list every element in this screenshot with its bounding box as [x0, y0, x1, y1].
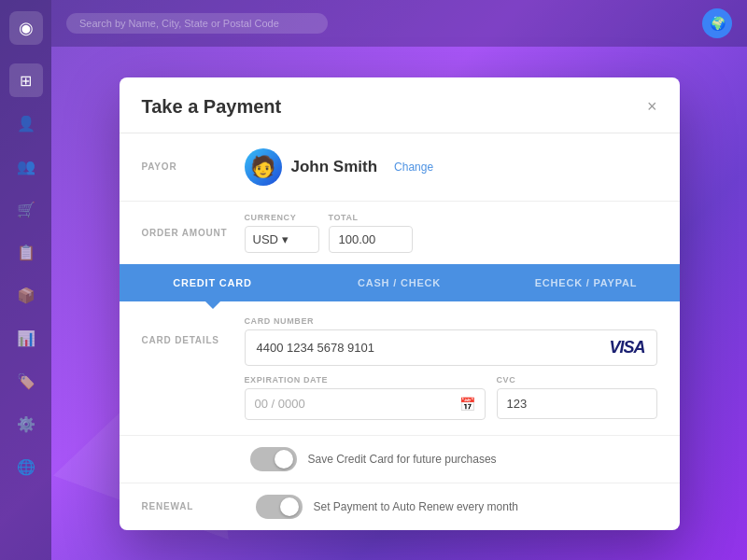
renewal-row: RENEWAL No Set Payment to Auto Renew eve… [120, 483, 680, 530]
payor-label: PAYOR [142, 161, 245, 172]
avatar-icon: 🧑 [250, 155, 275, 179]
topbar: Search by Name, City, State or Postal Co… [51, 0, 747, 47]
payor-row: PAYOR 🧑 John Smith Change [120, 133, 680, 202]
total-group: TOTAL [329, 213, 413, 253]
tab-credit-card[interactable]: CREDIT CARD [120, 264, 306, 301]
total-input[interactable] [329, 226, 413, 253]
modal-title: Take a Payment [142, 96, 282, 118]
sidebar-item-home[interactable]: ⊞ [9, 63, 43, 97]
expiration-label: EXPIRATION DATE [245, 375, 486, 385]
save-card-row: No Save Credit Card for future purchases [120, 436, 680, 483]
sidebar-item-gear[interactable]: ⚙️ [9, 407, 43, 441]
order-amount-label: ORDER AMOUNT [142, 228, 245, 238]
currency-label: CURRENCY [245, 213, 319, 222]
card-number-group: CARD NUMBER 4400 1234 5678 9101 VISA [245, 316, 657, 366]
tab-echeck-paypal[interactable]: ECHECK / PAYPAL [493, 264, 680, 301]
currency-group: CURRENCY USD ▾ [245, 213, 319, 253]
cvc-label: CVC [497, 375, 657, 385]
card-row: CARD DETAILS CARD NUMBER 4400 1234 5678 … [142, 316, 657, 420]
sidebar-item-box[interactable]: 📦 [9, 278, 43, 312]
card-details-label: CARD DETAILS [142, 316, 245, 345]
sidebar-item-tag[interactable]: 🏷️ [9, 364, 43, 398]
save-card-description: Save Credit Card for future purchases [308, 453, 497, 466]
visa-logo: VISA [609, 338, 644, 357]
toggle-knob [275, 450, 293, 469]
payment-modal: Take a Payment × PAYOR 🧑 John Smith Chan… [120, 77, 680, 530]
tab-cash-check[interactable]: CASH / CHECK [306, 264, 493, 301]
logo[interactable]: ◉ [9, 11, 43, 45]
sidebar-item-calendar[interactable]: 📋 [9, 235, 43, 269]
renewal-description: Set Payment to Auto Renew every month [314, 500, 518, 513]
expiration-input[interactable]: 00 / 0000 📅 [245, 388, 486, 420]
card-number-value: 4400 1234 5678 9101 [257, 341, 375, 355]
cvc-input[interactable] [497, 388, 657, 419]
order-amount-fields: CURRENCY USD ▾ TOTAL [245, 213, 413, 253]
sidebar: ◉ ⊞ 👤 👥 🛒 📋 📦 📊 🏷️ ⚙️ 🌐 [0, 0, 51, 560]
sidebar-item-globe[interactable]: 🌐 [9, 450, 43, 483]
renewal-toggle-knob [280, 497, 299, 516]
sidebar-item-users[interactable]: 👥 [9, 149, 43, 183]
card-number-label: CARD NUMBER [245, 316, 657, 326]
payor-avatar: 🧑 [245, 148, 282, 186]
order-amount-row: ORDER AMOUNT CURRENCY USD ▾ TOTAL [120, 202, 680, 264]
renewal-content: No Set Payment to Auto Renew every month [256, 495, 518, 519]
payor-content: 🧑 John Smith Change [245, 148, 657, 186]
chevron-down-icon: ▾ [282, 232, 289, 246]
expiration-value: 00 / 0000 [255, 397, 305, 411]
renewal-toggle[interactable]: No [256, 495, 303, 519]
currency-select[interactable]: USD ▾ [245, 226, 319, 253]
card-fields: CARD NUMBER 4400 1234 5678 9101 VISA EXP… [245, 316, 657, 420]
modal-header: Take a Payment × [120, 77, 680, 133]
search-bar[interactable]: Search by Name, City, State or Postal Co… [66, 13, 328, 34]
save-card-toggle[interactable]: No [250, 447, 297, 471]
renewal-label: RENEWAL [142, 501, 245, 511]
change-payor-link[interactable]: Change [394, 161, 433, 174]
card-details-section: CARD DETAILS CARD NUMBER 4400 1234 5678 … [120, 301, 680, 436]
topbar-avatar[interactable]: 🌍 [702, 8, 732, 38]
sidebar-item-chart[interactable]: 📊 [9, 321, 43, 355]
currency-value: USD [253, 232, 278, 246]
expiration-group: EXPIRATION DATE 00 / 0000 📅 [245, 375, 486, 420]
card-bottom-fields: EXPIRATION DATE 00 / 0000 📅 CVC [245, 375, 657, 420]
sidebar-item-cart[interactable]: 🛒 [9, 192, 43, 226]
cvc-group: CVC [497, 375, 657, 420]
payment-tabs: CREDIT CARD CASH / CHECK ECHECK / PAYPAL [120, 264, 680, 301]
card-number-input[interactable]: 4400 1234 5678 9101 VISA [245, 329, 657, 366]
total-label: TOTAL [329, 213, 413, 222]
sidebar-item-user[interactable]: 👤 [9, 106, 43, 140]
close-button[interactable]: × [647, 98, 657, 115]
payor-name: John Smith [291, 158, 378, 176]
calendar-icon: 📅 [459, 397, 475, 412]
modal-overlay: Take a Payment × PAYOR 🧑 John Smith Chan… [51, 47, 747, 560]
